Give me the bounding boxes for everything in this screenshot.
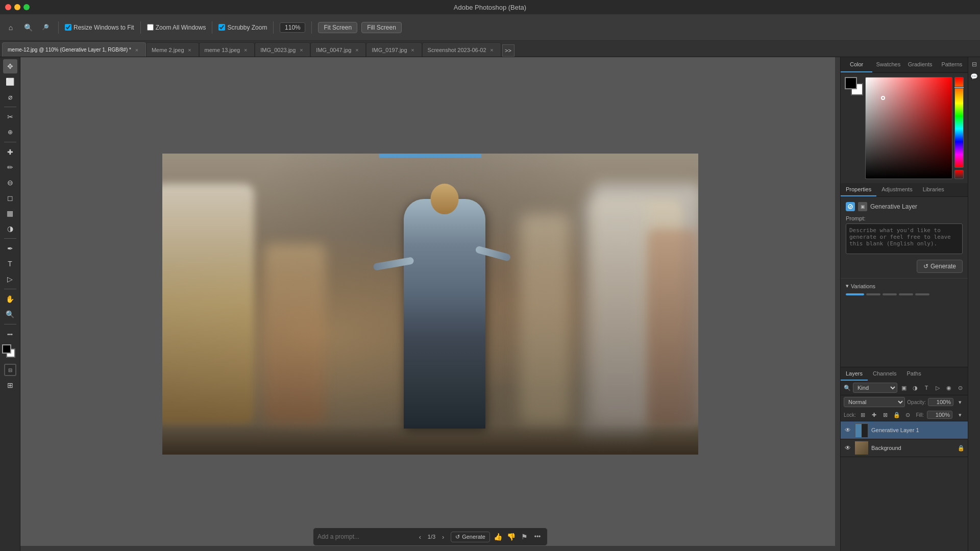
tab-0[interactable]: meme-12.jpg @ 110% (Generative Layer 1, …: [2, 42, 146, 57]
tab-3-close[interactable]: ×: [298, 46, 305, 54]
scrubby-zoom-option[interactable]: Scrubby Zoom: [218, 24, 267, 31]
tab-1[interactable]: Meme 2.jpeg ×: [146, 42, 199, 57]
minimize-btn[interactable]: [14, 4, 20, 10]
dodge-tool-btn[interactable]: ◑: [3, 221, 17, 236]
shape-tool-btn[interactable]: ▷: [3, 272, 17, 286]
thumbs-down-btn[interactable]: 👎: [505, 531, 517, 542]
screen-mode-btn[interactable]: ⊞: [3, 378, 17, 392]
layer-kind-select[interactable]: Kind Name Effect Mode Attribute: [853, 383, 897, 393]
var-dot-1[interactable]: [866, 293, 880, 295]
tab-5-close[interactable]: ×: [409, 46, 416, 54]
color-tab[interactable]: Color: [841, 57, 872, 72]
fit-screen-btn[interactable]: Fit Screen: [318, 22, 357, 33]
layer-0-visibility[interactable]: 👁: [844, 426, 852, 434]
patterns-tab[interactable]: Patterns: [936, 57, 968, 72]
var-dot-4[interactable]: [915, 293, 929, 295]
lasso-tool-btn[interactable]: ⌀: [3, 90, 17, 104]
healing-tool-btn[interactable]: ✚: [3, 145, 17, 159]
quick-mask-btn[interactable]: ⊟: [4, 364, 16, 376]
zoom-all-windows-checkbox[interactable]: [147, 24, 154, 31]
blend-mode-select[interactable]: Normal Multiply Screen Overlay Soft Ligh…: [844, 397, 905, 407]
opacity-input[interactable]: [928, 398, 953, 406]
tab-5[interactable]: IMG_0197.jpg ×: [366, 42, 422, 57]
brush-tool-btn[interactable]: ✏: [3, 160, 17, 174]
select-rect-tool-btn[interactable]: ⬜: [3, 74, 17, 89]
tab-4-close[interactable]: ×: [353, 46, 360, 54]
scrubby-zoom-checkbox[interactable]: [218, 24, 225, 31]
tab-2[interactable]: meme 13.jpeg ×: [199, 42, 255, 57]
generate-button[interactable]: ↺ Generate: [917, 260, 963, 273]
next-variation-btn[interactable]: ›: [437, 531, 449, 542]
variations-header[interactable]: ▾ Variations: [846, 283, 963, 289]
home-icon-btn[interactable]: ⌂: [4, 21, 17, 34]
tab-6-close[interactable]: ×: [488, 46, 496, 54]
opacity-slider[interactable]: [954, 170, 964, 179]
gradients-tab[interactable]: Gradients: [904, 57, 936, 72]
channels-tab[interactable]: Channels: [868, 367, 901, 381]
tab-1-close[interactable]: ×: [186, 46, 193, 54]
move-tool-btn[interactable]: ✥: [3, 59, 17, 73]
tab-0-close[interactable]: ×: [133, 46, 140, 54]
layer-item-0[interactable]: 👁 Generative Layer 1: [841, 421, 968, 439]
prompt-input-field[interactable]: [317, 533, 412, 540]
zoom-all-windows-option[interactable]: Zoom All Windows: [147, 24, 206, 31]
paths-tab[interactable]: Paths: [902, 367, 926, 381]
thumbs-up-btn[interactable]: 👍: [492, 531, 503, 542]
layer-1-visibility[interactable]: 👁: [844, 444, 852, 452]
fill-menu-btn[interactable]: ▾: [955, 410, 965, 419]
color-gradient-picker[interactable]: [865, 77, 952, 179]
tab-4[interactable]: IMG_0047.jpg ×: [310, 42, 366, 57]
zoom-input[interactable]: [280, 22, 305, 33]
lock-pixels-btn[interactable]: ⊞: [859, 411, 867, 419]
lock-extra-btn[interactable]: ⊙: [904, 411, 912, 419]
more-tools-btn[interactable]: •••: [3, 327, 17, 341]
hue-slider[interactable]: [954, 77, 964, 168]
clone-tool-btn[interactable]: ⊖: [3, 176, 17, 190]
swatches-tab[interactable]: Swatches: [872, 57, 904, 72]
comment-btn[interactable]: 💬: [969, 71, 979, 82]
opacity-menu-btn[interactable]: ▾: [955, 397, 965, 407]
fill-input[interactable]: [927, 411, 952, 419]
layers-tab[interactable]: Layers: [841, 367, 868, 381]
zoom-out-btn[interactable]: 🔎: [39, 21, 52, 34]
var-dot-2[interactable]: [883, 293, 897, 295]
var-dot-active[interactable]: [846, 293, 864, 295]
resize-windows-option[interactable]: Resize Windows to Fit: [65, 24, 134, 31]
fg-bg-color-swatch[interactable]: [2, 344, 18, 361]
flag-btn[interactable]: ⚑: [519, 531, 530, 542]
tab-3[interactable]: IMG_0023.jpg ×: [255, 42, 310, 57]
layer-item-1[interactable]: 👁 Background 🔒: [841, 439, 968, 457]
content-panel-btn[interactable]: ⊟: [969, 59, 979, 69]
close-btn[interactable]: [5, 4, 11, 10]
maximize-btn[interactable]: [23, 4, 30, 10]
tabs-more-btn[interactable]: >>: [502, 44, 514, 57]
shape-layer-btn[interactable]: ▷: [933, 383, 942, 392]
text-layer-btn[interactable]: T: [922, 383, 931, 392]
prompt-textarea[interactable]: [846, 223, 963, 254]
prev-variation-btn[interactable]: ‹: [414, 531, 426, 542]
text-tool-btn[interactable]: T: [3, 257, 17, 271]
layer-lock-btn[interactable]: ⊙: [955, 383, 965, 392]
smart-object-btn[interactable]: ◉: [944, 383, 953, 392]
canvas-area[interactable]: ‹ 1/3 › ↺ Generate 👍 👎 ⚑ •••: [20, 57, 840, 551]
eraser-tool-btn[interactable]: ◻: [3, 191, 17, 205]
tab-2-close[interactable]: ×: [242, 46, 249, 54]
gradient-tool-btn[interactable]: ▦: [3, 206, 17, 220]
canvas-scrollbar-vertical[interactable]: [835, 57, 840, 551]
lock-all-btn[interactable]: 🔒: [893, 411, 901, 419]
eyedropper-tool-btn[interactable]: ⊕: [3, 125, 17, 139]
zoom-in-btn[interactable]: 🔍: [21, 21, 35, 34]
crop-tool-btn[interactable]: ✂: [3, 110, 17, 124]
fg-color-indicator[interactable]: [845, 77, 857, 89]
adjustment-layer-btn[interactable]: ◑: [911, 383, 920, 392]
fill-screen-btn[interactable]: Fill Screen: [361, 22, 402, 33]
foreground-color[interactable]: [2, 344, 11, 354]
bottom-generate-btn[interactable]: ↺ Generate: [451, 532, 490, 542]
lock-position-btn[interactable]: ✚: [870, 411, 878, 419]
hand-tool-btn[interactable]: ✋: [3, 292, 17, 306]
lock-artboard-btn[interactable]: ⊠: [881, 411, 890, 419]
libraries-tab[interactable]: Libraries: [918, 183, 949, 196]
canvas-scrollbar-horizontal[interactable]: [20, 546, 835, 551]
pen-tool-btn[interactable]: ✒: [3, 241, 17, 256]
pixel-layer-btn[interactable]: ▣: [899, 383, 909, 392]
